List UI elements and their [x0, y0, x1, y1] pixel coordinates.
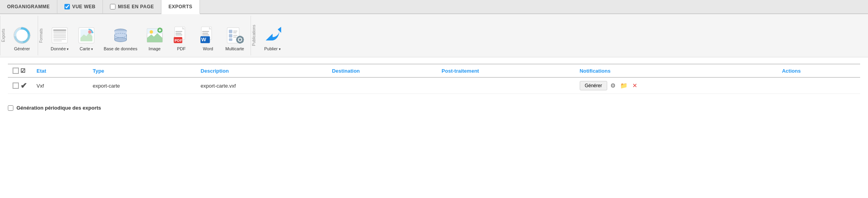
ribbon-carte-button[interactable]: Carte — [74, 24, 99, 53]
svg-rect-46 — [229, 30, 232, 33]
svg-rect-49 — [233, 31, 237, 31]
th-select-all: ☑ — [8, 64, 32, 77]
footer-area: Génération périodique des exports — [0, 100, 868, 116]
th-description: Description — [196, 64, 327, 77]
row-checkbox-cell: ✔ — [8, 77, 32, 94]
bdd-label: Base de données — [104, 46, 137, 51]
svg-rect-4 — [53, 29, 66, 31]
ribbon-multicarte-button[interactable]: Multicarte — [222, 24, 247, 53]
pdf-label: PDF — [177, 46, 186, 51]
word-label: Word — [203, 46, 213, 51]
svg-rect-40 — [202, 31, 209, 32]
row-settings-icon[interactable]: ⚙ — [610, 82, 615, 89]
ribbon-word-button[interactable]: W Word — [196, 24, 221, 53]
svg-point-0 — [14, 27, 30, 43]
row-actions: Générer ⚙ 📁 ✕ — [575, 77, 777, 94]
actions-cell: Générer ⚙ 📁 ✕ — [580, 81, 773, 90]
ribbon-pdf-button[interactable]: PDF PDF — [169, 24, 194, 53]
svg-rect-42 — [202, 35, 209, 35]
publier-label: Publier — [264, 46, 281, 51]
ribbon-publications-section: Publications Publier — [251, 16, 288, 55]
exports-table: ☑ Etat Type Description Destination Post… — [8, 64, 860, 94]
svg-point-21 — [115, 37, 127, 42]
svg-rect-57 — [239, 42, 240, 43]
row-generer-button[interactable]: Générer — [580, 81, 607, 90]
donnee-icon — [50, 26, 69, 45]
multicarte-label: Multicarte — [225, 46, 244, 51]
generer-label: Générer — [14, 46, 30, 51]
image-icon — [145, 26, 164, 45]
tab-organigramme[interactable]: ORGANIGRAMME — [0, 0, 57, 13]
svg-rect-52 — [233, 37, 236, 37]
word-icon: W — [199, 26, 218, 45]
svg-rect-5 — [53, 32, 66, 33]
image-label: Image — [148, 46, 161, 51]
tab-mise-en-page[interactable]: MISE EN PAGE — [103, 0, 161, 13]
th-post-traitement: Post-traitement — [437, 64, 575, 77]
th-destination: Destination — [327, 64, 437, 77]
exports-table-area: ☑ Etat Type Description Destination Post… — [0, 57, 868, 100]
svg-rect-7 — [53, 35, 66, 36]
svg-rect-33 — [175, 31, 182, 32]
ribbon-image-button[interactable]: Image — [142, 24, 167, 53]
row-description: export-carte — [88, 77, 196, 94]
check-all-icon[interactable]: ☑ — [20, 68, 26, 74]
svg-rect-48 — [229, 38, 232, 41]
row-status-check: ✔ — [20, 81, 27, 90]
th-type: Type — [88, 64, 196, 77]
donnee-label: Donnée — [51, 46, 69, 51]
row-post-traitement — [327, 77, 437, 94]
carte-icon — [77, 26, 96, 45]
svg-rect-10 — [53, 40, 62, 41]
svg-rect-8 — [53, 37, 66, 38]
svg-rect-50 — [233, 32, 236, 33]
row-type: Vxf — [32, 77, 88, 94]
svg-rect-58 — [236, 39, 238, 40]
row-delete-icon[interactable]: ✕ — [632, 82, 637, 89]
ribbon-publier-button[interactable]: Publier — [260, 24, 285, 53]
row-folder-icon[interactable]: 📁 — [620, 82, 628, 89]
publier-icon — [263, 26, 282, 45]
svg-rect-56 — [239, 36, 240, 37]
th-actions: Actions — [777, 64, 860, 77]
tab-mise-en-page-checkbox[interactable] — [110, 4, 115, 9]
ribbon-generer-button[interactable]: Générer — [9, 24, 35, 53]
ribbon-publications-items: Publier — [257, 16, 288, 55]
svg-rect-41 — [202, 33, 208, 33]
section-label-formats: Formats — [38, 16, 44, 55]
svg-rect-35 — [175, 35, 182, 35]
top-tabs-bar: ORGANIGRAMME VUE WEB MISE EN PAGE EXPORT… — [0, 0, 868, 14]
ribbon-donnee-button[interactable]: Donnée — [47, 24, 72, 53]
bdd-icon — [111, 26, 130, 45]
svg-point-55 — [238, 38, 241, 41]
tab-exports[interactable]: EXPORTS — [161, 0, 200, 14]
svg-rect-9 — [53, 39, 66, 40]
ribbon-formats-section: Formats — [38, 16, 251, 55]
generer-icon — [13, 26, 31, 45]
section-label-exports: Exports — [0, 16, 6, 55]
periodic-generation-checkbox[interactable] — [8, 105, 13, 111]
select-all-checkbox[interactable] — [13, 68, 19, 74]
svg-point-27 — [150, 30, 153, 34]
periodic-generation-label: Génération périodique des exports — [16, 105, 101, 111]
tab-vue-web[interactable]: VUE WEB — [57, 0, 103, 13]
svg-rect-6 — [53, 33, 66, 34]
table-header-row: ☑ Etat Type Description Destination Post… — [8, 64, 860, 77]
tab-exports-label: EXPORTS — [168, 4, 192, 9]
ribbon-bdd-button[interactable]: Base de données — [101, 24, 141, 53]
th-etat: Etat — [32, 64, 88, 77]
tab-vue-web-checkbox[interactable] — [64, 4, 70, 9]
row-checkbox[interactable] — [13, 82, 19, 89]
tab-vue-web-label: VUE WEB — [72, 4, 96, 9]
svg-text:PDF: PDF — [174, 38, 182, 42]
svg-text:W: W — [201, 37, 206, 42]
table-row: ✔ Vxf export-carte export-carte.vxf Géné… — [8, 77, 860, 94]
ribbon: Exports Géné — [0, 14, 868, 57]
ribbon-exports-section: Exports Géné — [0, 16, 38, 55]
th-notifications: Notifications — [575, 64, 777, 77]
ribbon-formats-items: Donnée Carte — [44, 16, 251, 55]
pdf-icon: PDF — [172, 26, 191, 45]
section-label-publications: Publications — [251, 16, 257, 55]
svg-rect-59 — [242, 39, 244, 40]
tab-organigramme-label: ORGANIGRAMME — [7, 4, 50, 9]
